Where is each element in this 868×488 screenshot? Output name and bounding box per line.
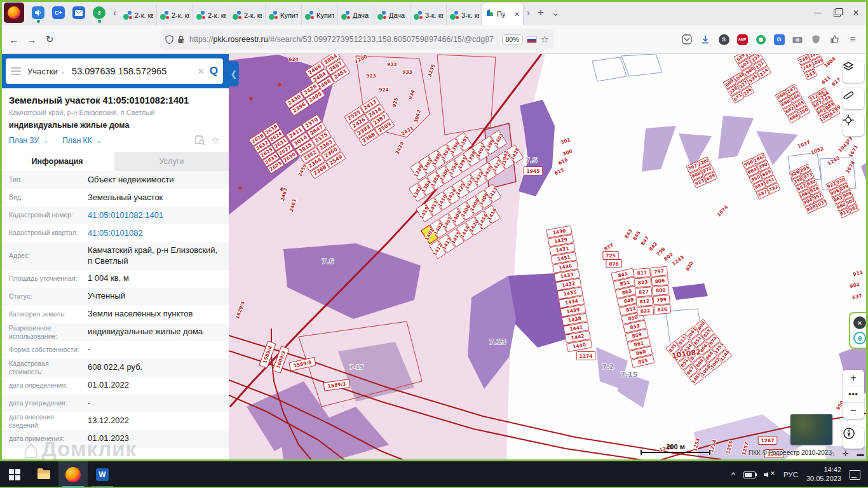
zoom-in-button[interactable]: +: [843, 370, 864, 386]
word-taskbar-button[interactable]: W: [88, 461, 117, 488]
svg-text:878: 878: [609, 261, 619, 267]
restore-button[interactable]: [827, 3, 846, 22]
tab-strip: 2-к. кв2-к. кв2-к. кв2-к. квКупитьКупить…: [120, 0, 523, 25]
plan-zu-link[interactable]: План ЗУ →: [9, 136, 48, 145]
keyboard-language[interactable]: РУС: [783, 471, 798, 478]
new-tab-button[interactable]: +: [534, 0, 548, 25]
map-label: 7.2: [602, 363, 614, 371]
loop-extension-icon[interactable]: [754, 33, 767, 46]
search-field: Участки ⌄ ✕ Q: [6, 58, 223, 84]
zoom-out-button[interactable]: −: [843, 402, 864, 419]
menu-icon[interactable]: ≡: [846, 33, 859, 46]
battery-icon[interactable]: [743, 471, 756, 478]
field-value: Объект недвижимости: [88, 172, 229, 189]
favorite-star-icon[interactable]: ☆: [212, 135, 220, 146]
minimap-thumbnail[interactable]: [790, 414, 832, 445]
map-locate-button[interactable]: [843, 427, 864, 449]
firefox-logo-icon: [8, 6, 20, 19]
file-explorer-button[interactable]: [29, 461, 58, 488]
search-category-dropdown[interactable]: Участки: [27, 67, 58, 76]
windows-taskbar: W ^ ✕ РУС 14:42 30.05.2023: [0, 461, 868, 488]
vpn-shield-icon[interactable]: [810, 33, 822, 46]
map-layers-button[interactable]: [843, 61, 864, 83]
page-zoom-badge[interactable]: 80%: [502, 34, 523, 44]
search-icon[interactable]: Q: [210, 65, 218, 78]
reload-button[interactable]: ↻: [41, 30, 58, 48]
back-button[interactable]: ←: [5, 30, 23, 48]
connection-lock-icon[interactable]: [177, 36, 185, 44]
pocket-icon[interactable]: [681, 33, 693, 46]
browser-tab[interactable]: 3-к. кв: [446, 4, 482, 25]
map-label: 7-15: [349, 364, 364, 370]
map-label: 878: [606, 260, 621, 268]
target-icon[interactable]: ✛: [843, 449, 849, 458]
menu-burger-icon[interactable]: [11, 65, 21, 77]
plan-kk-link[interactable]: План КК →: [62, 136, 102, 145]
tray-expand-icon[interactable]: ^: [731, 470, 735, 480]
pinned-tab-cplus[interactable]: C+: [49, 3, 68, 23]
like-extension-icon[interactable]: [828, 33, 841, 46]
map-measure-button[interactable]: [843, 88, 864, 109]
domclick-favicon: [160, 11, 169, 20]
russian-flag-icon[interactable]: [527, 36, 537, 43]
start-button[interactable]: [0, 461, 29, 488]
browser-tab-bar: C+ 3 ‹ 2-к. кв2-к. кв2-к. кв2-к. квКупит…: [0, 0, 868, 25]
parcel-number: 827: [639, 288, 649, 295]
muted-speaker-icon[interactable]: ✕: [764, 470, 775, 479]
url-bar[interactable]: https://pkk.rosreestr.ru/#/search/53.099…: [160, 29, 554, 50]
domclick-favicon: [450, 11, 459, 20]
tab-list-button[interactable]: ⌄: [548, 0, 564, 25]
clear-search-icon[interactable]: ✕: [198, 67, 205, 76]
screenshot-extension-icon[interactable]: [791, 33, 804, 46]
widget-e-icon[interactable]: e: [853, 332, 866, 344]
s-extension-icon[interactable]: S: [717, 33, 730, 46]
browser-tab[interactable]: 2-к. кв: [156, 4, 193, 25]
minimize-button[interactable]: —: [808, 3, 827, 22]
zoom-options-button[interactable]: •••: [843, 386, 864, 402]
translate-icon[interactable]: G: [773, 33, 785, 46]
notification-center-icon[interactable]: [850, 470, 860, 480]
search-input[interactable]: [71, 65, 193, 77]
bookmark-star-icon[interactable]: ☆: [541, 34, 549, 45]
field-value-link[interactable]: 41:05:0101082:1401: [88, 207, 229, 224]
tab-information[interactable]: Информация: [0, 152, 114, 171]
mail-icon: [72, 6, 85, 19]
clock[interactable]: 14:42 30.05.2023: [806, 466, 841, 484]
browser-tab[interactable]: Купить: [301, 4, 337, 25]
map-canvas[interactable]: 2486285424842487249824512430242823962405…: [229, 54, 868, 461]
browser-tab[interactable]: 2-к. кв: [120, 4, 156, 25]
field-value-link[interactable]: 41:05:0101082: [88, 225, 229, 242]
browser-tab[interactable]: 2-к. кв: [193, 4, 229, 25]
widget-close-icon[interactable]: ✕: [853, 316, 866, 329]
browser-tab[interactable]: 2-к. кв: [229, 4, 265, 25]
map[interactable]: 2486285424842487249824512430242823962405…: [229, 54, 868, 461]
adblock-icon[interactable]: ABP: [736, 33, 749, 46]
pinned-tab-sound[interactable]: [29, 3, 48, 23]
firefox-icon: [65, 467, 81, 482]
active-browser-tab[interactable]: Пу✕: [482, 3, 523, 25]
domclick-favicon: [269, 11, 278, 20]
firefox-taskbar-button[interactable]: [58, 461, 88, 488]
browser-tab[interactable]: Купить: [265, 4, 301, 25]
map-position-button[interactable]: [843, 114, 864, 136]
panel-collapse-button[interactable]: ❮: [229, 61, 239, 86]
tab-scroll-left-button[interactable]: ‹: [109, 0, 120, 25]
pinned-tab-counter[interactable]: 3: [90, 3, 109, 23]
tab-services[interactable]: Услуги: [114, 152, 229, 171]
download-icon[interactable]: [699, 33, 712, 46]
preview-icon[interactable]: [195, 135, 205, 146]
tracking-shield-icon[interactable]: [165, 35, 173, 44]
tab-close-icon[interactable]: ✕: [515, 11, 520, 18]
firefox-app-button[interactable]: [4, 3, 24, 23]
pinned-tab-mail[interactable]: [69, 3, 88, 23]
field-label: дата утверждения:: [9, 399, 88, 407]
tab-scroll-right-button[interactable]: ›: [523, 0, 534, 25]
close-button[interactable]: ✕: [846, 3, 865, 22]
basemap-icon[interactable]: ▬: [857, 450, 864, 458]
forward-button[interactable]: →: [23, 30, 41, 48]
browser-tab[interactable]: Дача: [337, 4, 374, 25]
map-label: 1945: [524, 167, 543, 175]
browser-tab[interactable]: 3-к. кв: [410, 4, 446, 25]
info-row: Тип:Объект недвижимости: [0, 171, 229, 189]
browser-tab[interactable]: Дача: [374, 4, 410, 25]
